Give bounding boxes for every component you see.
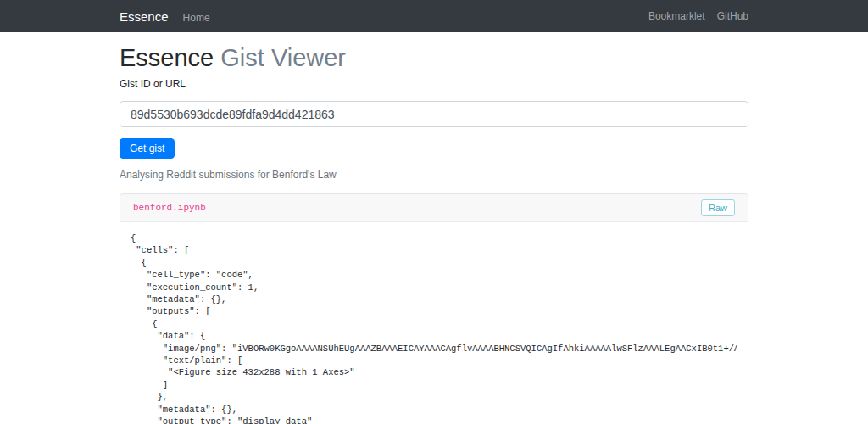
gist-id-input[interactable] — [120, 101, 748, 127]
navbar-left: Essence Home — [120, 9, 210, 24]
nav-item-home[interactable]: Home — [183, 12, 210, 24]
nav-item-github[interactable]: GitHub — [717, 10, 748, 22]
notebook-json-content: { "cells": [ { "cell_type": "code", "exe… — [131, 232, 737, 424]
navbar: Essence Home Bookmarklet GitHub — [0, 0, 868, 32]
brand-link[interactable]: Essence — [120, 9, 169, 24]
file-card: benford.ipynb Raw { "cells": [ { "cell_t… — [120, 193, 748, 424]
get-gist-button[interactable]: Get gist — [120, 138, 175, 159]
page-title: Essence Gist Viewer — [120, 44, 748, 72]
page-title-brand: Essence — [120, 44, 214, 71]
navbar-container: Essence Home Bookmarklet GitHub — [120, 0, 748, 32]
page-title-subtitle: Gist Viewer — [220, 44, 346, 71]
main-content: Essence Gist Viewer Gist ID or URL Get g… — [120, 44, 748, 424]
file-name: benford.ipynb — [133, 203, 206, 213]
navbar-right: Bookmarklet GitHub — [648, 10, 748, 22]
gist-description: Analysing Reddit submissions for Benford… — [120, 169, 748, 181]
file-card-header: benford.ipynb Raw — [120, 194, 748, 222]
nav-item-bookmarklet[interactable]: Bookmarklet — [648, 10, 705, 22]
file-card-body: { "cells": [ { "cell_type": "code", "exe… — [120, 222, 748, 424]
gist-id-label: Gist ID or URL — [120, 78, 748, 90]
raw-button[interactable]: Raw — [701, 199, 735, 216]
